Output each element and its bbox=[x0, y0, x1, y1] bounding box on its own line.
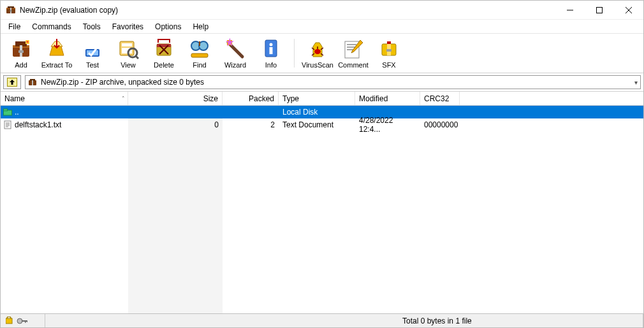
toolbar-virusscan[interactable]: VirusScan bbox=[301, 36, 334, 70]
menu-bar: File Commands Tools Favorites Options He… bbox=[1, 20, 643, 34]
maximize-button[interactable] bbox=[585, 1, 614, 20]
row-crc: 00000000 bbox=[420, 120, 460, 129]
find-icon bbox=[189, 38, 210, 59]
status-left[interactable] bbox=[1, 314, 45, 327]
comment-icon bbox=[342, 38, 364, 59]
toolbar: Add Extract To Test bbox=[1, 34, 643, 73]
extract-icon bbox=[46, 38, 68, 59]
toolbar-find-label: Find bbox=[193, 61, 206, 69]
svg-rect-5 bbox=[597, 7, 603, 13]
toolbar-test[interactable]: Test bbox=[76, 36, 109, 70]
column-header-modified[interactable]: Modified bbox=[355, 92, 420, 105]
toolbar-sfx[interactable]: SFX bbox=[372, 36, 406, 70]
toolbar-virusscan-label: VirusScan bbox=[302, 61, 333, 69]
minimize-button[interactable] bbox=[555, 1, 585, 20]
svg-rect-36 bbox=[4, 109, 8, 111]
toolbar-info-label: Info bbox=[265, 61, 277, 69]
svg-rect-40 bbox=[22, 320, 27, 322]
toolbar-view[interactable]: View bbox=[112, 36, 145, 70]
svg-rect-21 bbox=[191, 53, 208, 57]
row-type: Text Document bbox=[279, 120, 355, 129]
column-header-crc-label: CRC32 bbox=[424, 94, 449, 103]
column-header-modified-label: Modified bbox=[359, 94, 388, 103]
toolbar-extract[interactable]: Extract To bbox=[40, 36, 73, 70]
column-headers: Name ˄ Size Packed Type Modified CRC32 bbox=[1, 92, 643, 106]
svg-rect-30 bbox=[386, 49, 392, 52]
row-type: Local Disk bbox=[279, 108, 355, 117]
test-icon bbox=[82, 38, 103, 59]
column-header-size[interactable]: Size bbox=[128, 92, 223, 105]
row-modified: 4/28/2022 12:4... bbox=[355, 116, 420, 134]
file-list[interactable]: .. Local Disk delftstack1.txt 0 2 Text D… bbox=[1, 106, 643, 313]
wizard-icon bbox=[224, 38, 246, 59]
svg-point-23 bbox=[270, 43, 273, 46]
virusscan-icon bbox=[307, 38, 328, 59]
address-bar[interactable]: NewZip.zip - ZIP archive, unpacked size … bbox=[25, 75, 641, 89]
svg-rect-24 bbox=[270, 47, 273, 54]
app-icon bbox=[6, 5, 16, 15]
toolbar-test-label: Test bbox=[86, 61, 99, 69]
size-column-stripe bbox=[128, 106, 223, 313]
row-name: delftstack1.txt bbox=[15, 120, 61, 129]
folder-up-icon bbox=[3, 108, 12, 117]
svg-point-25 bbox=[314, 49, 321, 54]
column-header-packed-label: Packed bbox=[249, 94, 274, 103]
status-total-text: Total 0 bytes in 1 file bbox=[402, 317, 472, 325]
toolbar-add-label: Add bbox=[15, 61, 27, 69]
svg-rect-10 bbox=[18, 50, 24, 53]
go-up-button[interactable] bbox=[3, 75, 21, 89]
column-header-crc[interactable]: CRC32 bbox=[420, 92, 460, 105]
toolbar-info[interactable]: Info bbox=[254, 36, 288, 70]
status-security-icon bbox=[6, 317, 27, 325]
toolbar-view-label: View bbox=[121, 61, 136, 69]
svg-rect-37 bbox=[4, 121, 11, 129]
toolbar-delete[interactable]: Delete bbox=[147, 36, 180, 70]
toolbar-wizard-label: Wizard bbox=[224, 61, 246, 69]
close-button[interactable] bbox=[614, 1, 643, 20]
svg-rect-4 bbox=[10, 10, 12, 11]
list-row-parent[interactable]: .. Local Disk bbox=[1, 106, 643, 118]
window-title: NewZip.zip (evaluation copy) bbox=[20, 6, 118, 15]
toolbar-delete-label: Delete bbox=[154, 61, 174, 69]
add-icon bbox=[10, 38, 32, 59]
menu-commands[interactable]: Commands bbox=[27, 21, 76, 32]
row-name: .. bbox=[15, 108, 19, 117]
toolbar-comment-label: Comment bbox=[338, 61, 369, 69]
toolbar-find[interactable]: Find bbox=[183, 36, 216, 70]
menu-favorites[interactable]: Favorites bbox=[107, 21, 149, 32]
view-icon bbox=[117, 38, 139, 59]
menu-help[interactable]: Help bbox=[187, 21, 214, 32]
title-bar: NewZip.zip (evaluation copy) bbox=[1, 1, 643, 20]
menu-options[interactable]: Options bbox=[150, 21, 186, 32]
address-row: NewZip.zip - ZIP archive, unpacked size … bbox=[1, 73, 643, 92]
svg-point-39 bbox=[17, 318, 22, 324]
column-header-type[interactable]: Type bbox=[279, 92, 355, 105]
column-header-packed[interactable]: Packed bbox=[223, 92, 279, 105]
status-total: Total 0 bytes in 1 file bbox=[397, 314, 643, 327]
menu-file[interactable]: File bbox=[3, 21, 26, 32]
list-row-file[interactable]: delftstack1.txt 0 2 Text Document 4/28/2… bbox=[1, 118, 643, 131]
sfx-icon bbox=[378, 38, 400, 59]
toolbar-comment[interactable]: Comment bbox=[337, 36, 370, 70]
row-size: 0 bbox=[128, 120, 223, 129]
text-file-icon bbox=[3, 120, 12, 129]
toolbar-add[interactable]: Add bbox=[4, 36, 38, 70]
column-header-size-label: Size bbox=[203, 94, 218, 103]
svg-point-20 bbox=[199, 41, 208, 50]
status-bar: Total 0 bytes in 1 file bbox=[1, 313, 643, 327]
toolbar-sfx-label: SFX bbox=[382, 61, 395, 69]
row-packed: 2 bbox=[223, 120, 279, 129]
column-header-type-label: Type bbox=[282, 94, 299, 103]
svg-rect-38 bbox=[6, 318, 12, 324]
svg-rect-14 bbox=[122, 43, 132, 46]
svg-rect-41 bbox=[25, 320, 26, 323]
address-text: NewZip.zip - ZIP archive, unpacked size … bbox=[41, 78, 204, 87]
column-header-name-label: Name bbox=[4, 94, 25, 103]
address-dropdown-icon[interactable]: ▾ bbox=[634, 79, 638, 86]
column-header-name[interactable]: Name ˄ bbox=[1, 92, 128, 105]
menu-tools[interactable]: Tools bbox=[78, 21, 106, 32]
toolbar-extract-label: Extract To bbox=[41, 61, 73, 69]
delete-icon bbox=[153, 38, 175, 59]
toolbar-wizard[interactable]: Wizard bbox=[219, 36, 252, 70]
sort-ascending-icon: ˄ bbox=[122, 96, 125, 102]
